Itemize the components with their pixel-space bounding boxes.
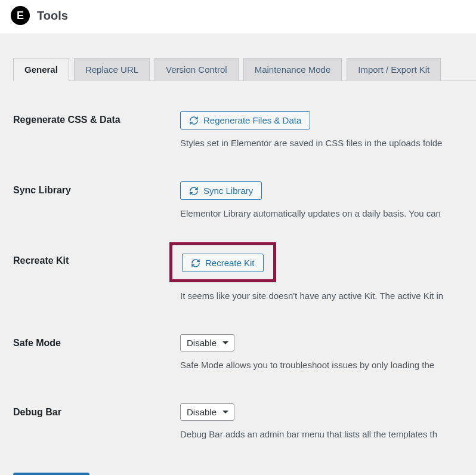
row-label: Recreate Kit xyxy=(13,252,180,266)
row-safe-mode: Safe Mode Disable Enable Safe Mode allow… xyxy=(13,334,476,370)
page-header: E Tools xyxy=(0,0,476,33)
row-description: Styles set in Elementor are saved in CSS… xyxy=(180,138,476,148)
row-regenerate-css: Regenerate CSS & Data Regenerate Files &… xyxy=(13,111,476,148)
row-description: Debug Bar adds an admin bar menu that li… xyxy=(180,429,476,439)
tab-label: Import / Export Kit xyxy=(358,64,429,75)
row-control: Sync Library Elementor Library automatic… xyxy=(180,181,476,218)
tab-maintenance-mode[interactable]: Maintenance Mode xyxy=(243,58,342,81)
tab-replace-url[interactable]: Replace URL xyxy=(74,58,150,81)
refresh-icon xyxy=(189,116,199,125)
button-label: Sync Library xyxy=(203,186,253,196)
button-label: Recreate Kit xyxy=(205,258,255,268)
refresh-icon xyxy=(189,186,199,196)
sync-library-button[interactable]: Sync Library xyxy=(180,181,262,200)
row-description: Safe Mode allows you to troubleshoot iss… xyxy=(180,360,476,370)
page-title: Tools xyxy=(37,9,68,23)
row-label: Regenerate CSS & Data xyxy=(13,111,180,125)
row-control: Regenerate Files & Data Styles set in El… xyxy=(180,111,476,148)
row-debug-bar: Debug Bar Disable Enable Debug Bar adds … xyxy=(13,403,476,439)
tab-general[interactable]: General xyxy=(13,58,69,81)
row-sync-library: Sync Library Sync Library Elementor Libr… xyxy=(13,181,476,218)
row-label: Sync Library xyxy=(13,181,180,196)
settings-form: Regenerate CSS & Data Regenerate Files &… xyxy=(13,111,476,475)
highlight-box: Recreate Kit xyxy=(169,242,276,282)
tab-label: Version Control xyxy=(166,64,227,75)
recreate-kit-button[interactable]: Recreate Kit xyxy=(182,254,264,272)
row-description: It seems like your site doesn't have any… xyxy=(180,291,476,301)
logo-letter: E xyxy=(17,10,24,22)
button-label: Regenerate Files & Data xyxy=(203,115,301,125)
debug-bar-select[interactable]: Disable Enable xyxy=(180,403,234,421)
tab-label: Maintenance Mode xyxy=(255,64,331,75)
row-label: Safe Mode xyxy=(13,334,180,348)
row-control: Disable Enable Debug Bar adds an admin b… xyxy=(180,403,476,439)
row-recreate-kit: Recreate Kit Recreate Kit It seems like … xyxy=(13,252,476,301)
refresh-icon xyxy=(191,258,200,268)
tab-version-control[interactable]: Version Control xyxy=(154,58,239,81)
tab-label: General xyxy=(24,64,58,75)
regenerate-files-button[interactable]: Regenerate Files & Data xyxy=(180,111,310,129)
row-control: Disable Enable Safe Mode allows you to t… xyxy=(180,334,476,370)
tab-label: Replace URL xyxy=(85,64,138,75)
save-row: Save Changes xyxy=(13,473,476,475)
save-changes-button[interactable]: Save Changes xyxy=(13,473,89,475)
row-description: Elementor Library automatically updates … xyxy=(180,208,476,218)
row-control: Recreate Kit It seems like your site doe… xyxy=(180,252,476,301)
elementor-logo-icon: E xyxy=(11,6,30,25)
row-label: Debug Bar xyxy=(13,403,180,418)
tab-import-export-kit[interactable]: Import / Export Kit xyxy=(347,58,441,81)
tab-bar: General Replace URL Version Control Main… xyxy=(13,57,476,81)
safe-mode-select[interactable]: Disable Enable xyxy=(180,334,234,351)
content-area: General Replace URL Version Control Main… xyxy=(0,57,476,475)
